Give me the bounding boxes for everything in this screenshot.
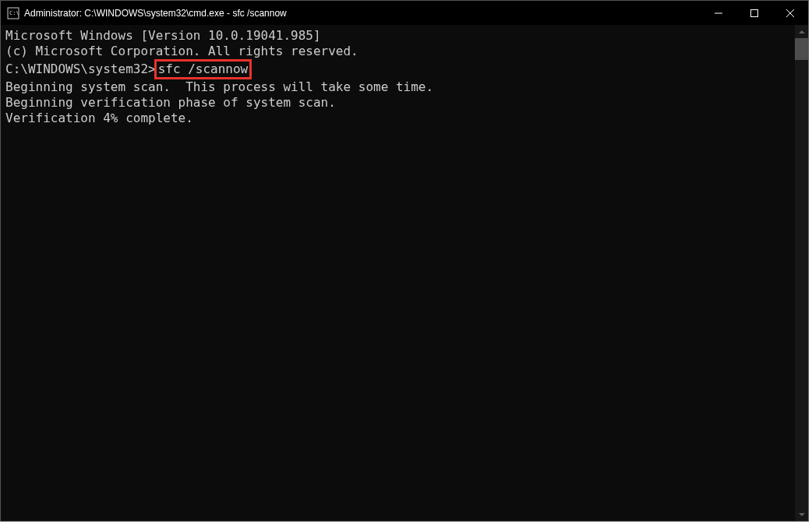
titlebar[interactable]: C:\ Administrator: C:\WINDOWS\system32\c… <box>1 1 808 25</box>
content-area: Microsoft Windows [Version 10.0.19041.98… <box>1 25 808 521</box>
output-line: Beginning verification phase of system s… <box>5 95 790 111</box>
output-line: Verification 4% complete. <box>5 111 790 126</box>
terminal-output[interactable]: Microsoft Windows [Version 10.0.19041.98… <box>1 25 795 521</box>
output-line: Beginning system scan. This process will… <box>5 79 790 95</box>
svg-marker-6 <box>799 30 805 33</box>
scroll-down-arrow[interactable] <box>795 508 808 521</box>
scroll-up-arrow[interactable] <box>795 25 808 38</box>
vertical-scrollbar[interactable] <box>795 25 808 521</box>
svg-text:C:\: C:\ <box>9 10 19 16</box>
scroll-thumb[interactable] <box>795 38 808 60</box>
close-button[interactable] <box>772 1 808 25</box>
prompt-line: C:\WINDOWS\system32>sfc /scannow <box>5 59 790 79</box>
output-line: Microsoft Windows [Version 10.0.19041.98… <box>5 28 790 44</box>
maximize-button[interactable] <box>736 1 772 25</box>
command-text: sfc /scannow <box>158 62 249 76</box>
svg-marker-7 <box>799 513 805 516</box>
prompt-path: C:\WINDOWS\system32> <box>5 62 156 76</box>
cmd-window: C:\ Administrator: C:\WINDOWS\system32\c… <box>0 0 809 522</box>
command-highlight: sfc /scannow <box>154 59 252 79</box>
cmd-icon: C:\ <box>7 7 19 19</box>
output-line: (c) Microsoft Corporation. All rights re… <box>5 44 790 59</box>
window-controls <box>701 1 808 25</box>
svg-rect-3 <box>751 9 758 16</box>
minimize-button[interactable] <box>701 1 736 25</box>
scroll-track[interactable] <box>795 38 808 508</box>
window-title: Administrator: C:\WINDOWS\system32\cmd.e… <box>24 8 701 19</box>
